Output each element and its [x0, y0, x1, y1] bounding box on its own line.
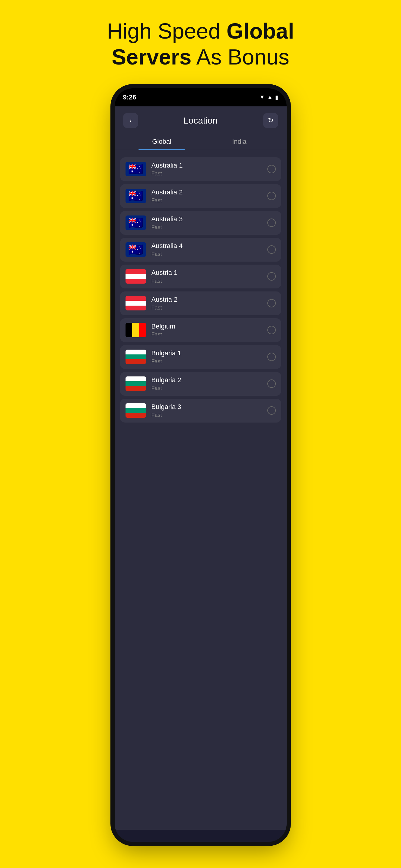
radio-button[interactable]	[267, 406, 276, 415]
radio-button[interactable]	[267, 218, 276, 227]
location-list: Australia 1 Fast Australia 2 Fast Austra…	[115, 155, 287, 425]
flag-australia-icon	[125, 189, 146, 203]
flag-belgium-icon	[125, 323, 146, 337]
location-info: Austria 2 Fast	[151, 296, 267, 311]
list-item[interactable]: Bulgaria 1 Fast	[120, 345, 281, 369]
list-item[interactable]: Australia 3 Fast	[120, 211, 281, 235]
back-button[interactable]: ‹	[123, 113, 138, 128]
status-bar: 9:26 ▼ ▲ ▮	[115, 88, 287, 106]
refresh-button[interactable]: ↻	[263, 113, 278, 128]
location-info: Australia 3 Fast	[151, 215, 267, 230]
app-screen: ‹ Location ↻ Global India Australia 1	[115, 106, 287, 830]
flag-bulgaria-icon	[125, 403, 146, 418]
radio-button[interactable]	[267, 165, 276, 173]
radio-button[interactable]	[267, 352, 276, 361]
page-title: Location	[183, 116, 218, 126]
list-item[interactable]: Australia 2 Fast	[120, 184, 281, 208]
back-icon: ‹	[130, 117, 132, 124]
phone-bottom-bar	[115, 830, 287, 842]
list-item[interactable]: Belgium Fast	[120, 318, 281, 342]
flag-australia-icon	[125, 242, 146, 257]
tab-global[interactable]: Global	[123, 133, 201, 150]
radio-button[interactable]	[267, 299, 276, 307]
list-item[interactable]: Bulgaria 3 Fast	[120, 399, 281, 423]
headline-line1: High Speed Global	[107, 19, 294, 43]
radio-button[interactable]	[267, 192, 276, 200]
flag-bulgaria-icon	[125, 350, 146, 364]
radio-button[interactable]	[267, 245, 276, 254]
flag-australia-icon	[125, 216, 146, 230]
location-info: Austria 1 Fast	[151, 269, 267, 284]
flag-australia-icon	[125, 162, 146, 176]
flag-austria-icon	[125, 269, 146, 284]
status-time: 9:26	[123, 93, 136, 101]
location-info: Bulgaria 2 Fast	[151, 376, 267, 392]
tab-bar: Global India	[115, 133, 287, 150]
tab-india[interactable]: India	[201, 133, 278, 150]
signal-icon: ▲	[267, 94, 273, 100]
location-info: Australia 4 Fast	[151, 242, 267, 257]
wifi-icon: ▼	[259, 94, 265, 100]
list-item[interactable]: Australia 4 Fast	[120, 238, 281, 261]
location-info: Bulgaria 1 Fast	[151, 349, 267, 365]
flag-bulgaria-icon	[125, 376, 146, 391]
list-item[interactable]: Austria 1 Fast	[120, 265, 281, 288]
radio-button[interactable]	[267, 379, 276, 388]
phone-mockup: 9:26 ▼ ▲ ▮ ‹ Location ↻ Global India	[115, 88, 287, 842]
battery-icon: ▮	[275, 94, 278, 101]
headline: High Speed Global Servers As Bonus	[107, 18, 294, 70]
refresh-icon: ↻	[268, 117, 274, 124]
list-item[interactable]: Bulgaria 2 Fast	[120, 372, 281, 396]
list-item[interactable]: Australia 1 Fast	[120, 157, 281, 181]
flag-austria-icon	[125, 296, 146, 310]
status-icons: ▼ ▲ ▮	[259, 94, 278, 101]
app-header: ‹ Location ↻	[115, 106, 287, 133]
location-info: Australia 1 Fast	[151, 161, 267, 177]
location-info: Belgium Fast	[151, 322, 267, 338]
location-info: Bulgaria 3 Fast	[151, 403, 267, 418]
headline-line2: Servers As Bonus	[112, 45, 289, 69]
radio-button[interactable]	[267, 326, 276, 334]
radio-button[interactable]	[267, 272, 276, 281]
list-item[interactable]: Austria 2 Fast	[120, 291, 281, 315]
location-info: Australia 2 Fast	[151, 188, 267, 204]
